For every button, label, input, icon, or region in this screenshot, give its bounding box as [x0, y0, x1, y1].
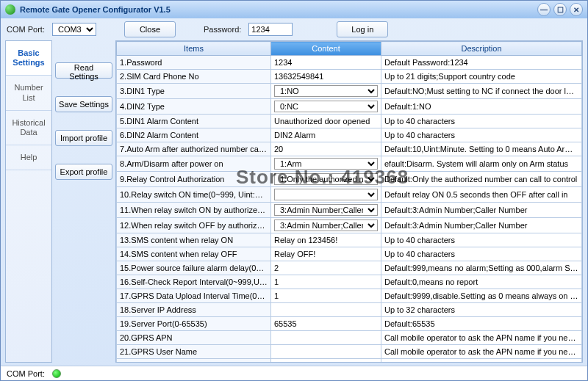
- setting-content-cell[interactable]: 2: [271, 261, 381, 275]
- setting-description: Call mobile operator to ask the APN name…: [381, 345, 582, 359]
- titlebar: Remote Gate Opener Configurator V1.5 — ☐…: [1, 1, 587, 18]
- setting-select[interactable]: [274, 189, 378, 200]
- setting-item-label: 3.DIN1 Type: [117, 84, 271, 99]
- login-button[interactable]: Log in: [337, 21, 388, 37]
- setting-item-label: 5.DIN1 Alarm Content: [117, 115, 271, 128]
- table-row: 22.GPRS PasswordCall mobile operator to …: [117, 359, 582, 363]
- side-tabs: BasicSettingsNumberListHistoricalDataHel…: [5, 40, 52, 363]
- setting-content-cell[interactable]: 1: [271, 275, 381, 289]
- table-row: 7.Auto Arm after authorized number call-…: [117, 142, 582, 156]
- setting-content-cell[interactable]: DIN2 Alarm: [271, 128, 381, 142]
- export-profile-button[interactable]: Export profile: [55, 164, 112, 180]
- setting-content-cell[interactable]: 65535: [271, 317, 381, 331]
- maximize-button[interactable]: ☐: [553, 3, 567, 16]
- setting-item-label: 21.GPRS User Name: [117, 345, 271, 359]
- setting-content-cell[interactable]: Relay on 123456!: [271, 233, 381, 247]
- table-row: 1.Password1234Default Password:1234: [117, 56, 582, 70]
- setting-description: Default Password:1234: [381, 56, 582, 70]
- setting-item-label: 8.Arm/Disarm after power on: [117, 156, 271, 172]
- setting-select[interactable]: 1:Arm: [274, 158, 378, 170]
- setting-description: Call mobile operator to ask the APN name…: [381, 359, 582, 363]
- setting-content-cell[interactable]: 3:Admin Number;Caller Number: [271, 218, 381, 233]
- toolbar: COM Port: COM3 Close Password: Log in: [1, 18, 587, 40]
- password-input[interactable]: [248, 23, 293, 36]
- app-window: Remote Gate Opener Configurator V1.5 — ☐…: [0, 0, 588, 381]
- setting-description: Call mobile operator to ask the APN name…: [381, 331, 582, 345]
- setting-content-cell[interactable]: [271, 359, 381, 363]
- setting-select[interactable]: 1:NO: [274, 85, 378, 97]
- col-content[interactable]: Content: [271, 42, 381, 56]
- setting-content-cell[interactable]: 1:Only the authorized number can ca: [271, 172, 381, 187]
- comport-label: COM Port:: [7, 25, 45, 34]
- setting-content-cell[interactable]: 1: [271, 289, 381, 303]
- setting-description: Up to 40 characters: [381, 115, 582, 128]
- setting-content-cell[interactable]: 20: [271, 142, 381, 156]
- table-row: 4.DIN2 Type0:NCDefault:1:NO: [117, 99, 582, 115]
- setting-description: Default:Only the authorized number can c…: [381, 172, 582, 187]
- import-profile-button[interactable]: Import profile: [55, 130, 112, 146]
- password-label: Password:: [204, 25, 241, 34]
- setting-content-cell[interactable]: [271, 345, 381, 359]
- setting-content-cell[interactable]: 1:NO: [271, 84, 381, 99]
- setting-content-cell[interactable]: 0:NC: [271, 99, 381, 115]
- table-row: 3.DIN1 Type1:NODefault:NO;Must setting t…: [117, 84, 582, 99]
- settings-table: Items Content Description 1.Password1234…: [116, 41, 582, 363]
- setting-description: Default:NO;Must setting to NC if connect…: [381, 84, 582, 99]
- col-items[interactable]: Items: [117, 42, 271, 56]
- table-row: 9.Relay Control Authorization1:Only the …: [117, 172, 582, 187]
- setting-content-cell[interactable]: Unauthorized door opened: [271, 115, 381, 128]
- sidetab-0[interactable]: BasicSettings: [6, 41, 51, 76]
- setting-content-cell[interactable]: 13632549841: [271, 70, 381, 84]
- setting-content-cell[interactable]: [271, 187, 381, 203]
- setting-item-label: 11.When relay switch ON by authorized nu…: [117, 203, 271, 218]
- setting-item-label: 1.Password: [117, 56, 271, 70]
- setting-item-label: 19.Server Port(0-65535): [117, 317, 271, 331]
- table-row: 16.Self-Check Report Interval(0~999,Unit…: [117, 275, 582, 289]
- setting-select[interactable]: 0:NC: [274, 101, 378, 112]
- setting-description: Default:999,means no alarm;Setting as 00…: [381, 261, 582, 275]
- setting-content-cell[interactable]: Relay OFF!: [271, 247, 381, 261]
- setting-description: Default:10,Uint:Minute. Setting to 0 mea…: [381, 142, 582, 156]
- close-window-button[interactable]: ✕: [570, 3, 583, 16]
- table-row: 12.When relay switch OFF by authorized n…: [117, 218, 582, 233]
- setting-item-label: 18.Server IP Address: [117, 303, 271, 317]
- close-button[interactable]: Close: [124, 21, 176, 37]
- setting-select[interactable]: 3:Admin Number;Caller Number: [274, 204, 378, 216]
- setting-item-label: 16.Self-Check Report Interval(0~999,Unit…: [117, 275, 271, 289]
- setting-content-cell[interactable]: 3:Admin Number;Caller Number: [271, 203, 381, 218]
- setting-item-label: 14.SMS content when relay OFF: [117, 247, 271, 261]
- setting-select[interactable]: 3:Admin Number;Caller Number: [274, 219, 378, 231]
- setting-content-cell[interactable]: [271, 303, 381, 317]
- read-settings-button[interactable]: Read Settings: [55, 62, 112, 79]
- table-row: 2.SIM Card Phone No13632549841Up to 21 d…: [117, 70, 582, 84]
- setting-item-label: 22.GPRS Password: [117, 359, 271, 363]
- setting-content-cell[interactable]: [271, 331, 381, 345]
- table-row: 15.Power source failure alarm delay(0~99…: [117, 261, 582, 275]
- status-led-icon: [52, 369, 61, 378]
- setting-description: Default:3:Admin Number;Caller Number: [381, 203, 582, 218]
- table-row: 6.DIN2 Alarm ContentDIN2 AlarmUp to 40 c…: [117, 128, 582, 142]
- minimize-button[interactable]: —: [537, 3, 551, 16]
- status-bar: COM Port:: [1, 366, 587, 380]
- table-row: 10.Relay switch ON time(0~999, Uint:Seco…: [117, 187, 582, 203]
- table-row: 18.Server IP AddressUp to 32 characters: [117, 303, 582, 317]
- setting-description: Default:1:NO: [381, 99, 582, 115]
- sidetab-2[interactable]: HistoricalData: [6, 111, 51, 145]
- setting-content-cell[interactable]: 1:Arm: [271, 156, 381, 172]
- setting-content-cell[interactable]: 1234: [271, 56, 381, 70]
- setting-item-label: 2.SIM Card Phone No: [117, 70, 271, 84]
- sidetab-1[interactable]: NumberList: [6, 76, 51, 110]
- setting-description: Default relay ON 0.5 seconds then OFF af…: [381, 187, 582, 203]
- setting-item-label: 20.GPRS APN: [117, 331, 271, 345]
- setting-description: Default:65535: [381, 317, 582, 331]
- window-title: Remote Gate Opener Configurator V1.5: [20, 5, 171, 14]
- setting-select[interactable]: 1:Only the authorized number can ca: [274, 173, 378, 185]
- save-settings-button[interactable]: Save Settings: [55, 96, 112, 112]
- sidetab-3[interactable]: Help: [6, 145, 51, 170]
- table-row: 21.GPRS User NameCall mobile operator to…: [117, 345, 582, 359]
- col-description[interactable]: Description: [381, 42, 582, 56]
- main-area: BasicSettingsNumberListHistoricalDataHel…: [1, 40, 587, 366]
- status-comport-label: COM Port:: [7, 369, 45, 378]
- comport-select[interactable]: COM3: [52, 23, 96, 36]
- setting-item-label: 9.Relay Control Authorization: [117, 172, 271, 187]
